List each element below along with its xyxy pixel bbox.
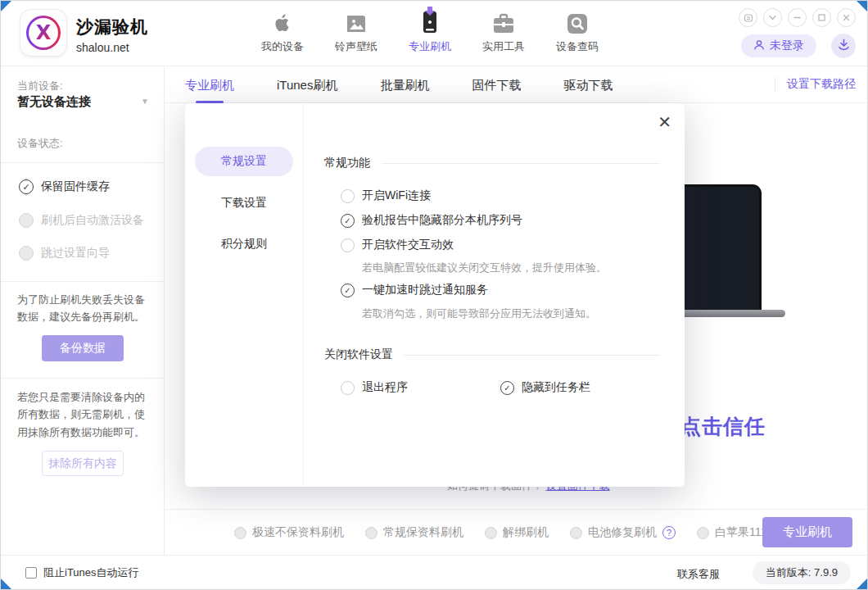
- collapse-button[interactable]: [763, 8, 782, 27]
- option-label: 跳过设置向导: [41, 246, 110, 261]
- option-auto-activate[interactable]: 刷机后自动激活设备: [19, 213, 144, 228]
- window-controls: [739, 8, 856, 27]
- block-itunes-checkbox[interactable]: 阻止iTunes自动运行: [25, 565, 139, 580]
- backup-data-button[interactable]: 备份数据: [42, 335, 124, 361]
- nav-item-ringtone-wallpaper[interactable]: 铃声壁纸: [327, 8, 386, 54]
- main-nav: 我的设备 铃声壁纸 专业刷机: [253, 8, 622, 54]
- device-dropdown-caret-icon[interactable]: ▼: [141, 97, 149, 106]
- setting-ui-animation[interactable]: 开启软件交互动效: [341, 238, 454, 252]
- divider: [1, 378, 165, 379]
- erase-all-button[interactable]: 抹除所有内容: [42, 451, 124, 476]
- nav-label: 专业刷机: [409, 39, 451, 54]
- option-keep-firmware-cache[interactable]: ✓ 保留固件缓存: [19, 179, 110, 194]
- checkbox-icon: [25, 567, 37, 579]
- nav-item-device-lookup[interactable]: 设备查码: [548, 8, 607, 54]
- settings-tab-general[interactable]: 常规设置: [195, 147, 293, 176]
- window-corner-decoration: [857, 1, 867, 11]
- setting-hide-to-tray[interactable]: ✓ 隐藏到任务栏: [500, 380, 590, 395]
- pro-flash-button[interactable]: 专业刷机: [762, 517, 852, 547]
- checked-circle-icon: ✓: [341, 284, 355, 297]
- app-name: 沙漏验机: [76, 16, 148, 39]
- set-download-path-link[interactable]: 设置下载路径: [775, 77, 856, 92]
- setting-exit-app[interactable]: 退出程序: [341, 380, 408, 395]
- window-corner-decoration: [857, 579, 867, 589]
- maximize-button[interactable]: [812, 8, 831, 27]
- backup-tip-text: 为了防止刷机失败丢失设备数据，建议先备份再刷机。: [17, 291, 151, 326]
- radio-icon: [485, 527, 497, 539]
- flash-option-fast-no-data[interactable]: 极速不保资料刷机: [234, 525, 344, 540]
- setting-label: 开启软件交互动效: [362, 238, 454, 252]
- setting-label: 退出程序: [362, 380, 408, 395]
- setting-skip-notification[interactable]: ✓ 一键加速时跳过通知服务: [341, 283, 488, 297]
- radio-icon: [697, 527, 709, 539]
- flash-phone-icon: [419, 8, 441, 34]
- nav-item-tools[interactable]: 实用工具: [474, 8, 533, 54]
- close-button[interactable]: [837, 8, 856, 27]
- settings-modal: 常规设置 下载设置 积分规则 ✕ 常规功能 开启WiFi连接 ✓ 验机报告中隐藏…: [185, 103, 685, 487]
- setting-label: 开启WiFi连接: [362, 188, 431, 203]
- flash-option-battery-repair[interactable]: 电池修复刷机 ?: [570, 525, 676, 540]
- radio-icon: [365, 527, 377, 539]
- login-button[interactable]: 未登录: [741, 34, 816, 57]
- contact-support-link[interactable]: 联系客服: [677, 567, 720, 582]
- flash-option-unbind[interactable]: 解绑刷机: [485, 525, 549, 540]
- current-device-label: 当前设备:: [17, 79, 63, 93]
- nav-label: 实用工具: [482, 39, 525, 54]
- option-skip-setup[interactable]: 跳过设置向导: [19, 246, 110, 261]
- download-manager-button[interactable]: [831, 34, 856, 58]
- setting-label: 一键加速时跳过通知服务: [362, 283, 488, 297]
- flash-option-label: 电池修复刷机: [588, 525, 657, 540]
- option-label: 刷机后自动激活设备: [41, 213, 144, 228]
- app-window: X 沙漏验机 shalou.net 我的设备 铃声壁纸: [0, 0, 868, 590]
- current-device-value: 暂无设备连接: [17, 94, 91, 110]
- settings-modal-nav: 常规设置 下载设置 积分规则: [185, 103, 304, 487]
- toolbox-icon: [492, 8, 515, 34]
- device-search-icon: [567, 8, 588, 34]
- divider: [1, 162, 165, 163]
- setting-hide-serial[interactable]: ✓ 验机报告中隐藏部分本机序列号: [341, 213, 522, 228]
- login-label: 未登录: [770, 39, 804, 53]
- tab-firmware-download[interactable]: 固件下载: [472, 67, 521, 103]
- radio-icon: [234, 527, 246, 539]
- unchecked-circle-icon: [19, 246, 34, 261]
- device-status-label: 设备状态:: [17, 136, 63, 151]
- flash-option-label: 常规保资料刷机: [383, 525, 463, 540]
- feedback-button[interactable]: [739, 8, 757, 27]
- section-title: 常规功能: [324, 156, 370, 170]
- flash-options-bar: 极速不保资料刷机 常规保资料刷机 解绑刷机 电池修复刷机 ? 白苹果1110修复…: [165, 509, 868, 555]
- setting-wifi-connect[interactable]: 开启WiFi连接: [341, 188, 431, 203]
- section-divider: [405, 355, 660, 356]
- setting-label: 验机报告中隐藏部分本机序列号: [362, 213, 522, 228]
- section-title: 关闭软件设置: [324, 347, 393, 362]
- settings-tab-points[interactable]: 积分规则: [195, 229, 293, 259]
- nav-item-pro-flash[interactable]: 专业刷机: [400, 8, 459, 54]
- nav-label: 设备查码: [556, 39, 599, 54]
- tab-itunes-flash[interactable]: iTunes刷机: [277, 67, 337, 103]
- unchecked-circle-icon: [341, 189, 355, 203]
- app-domain: shalou.net: [76, 41, 148, 54]
- nav-label: 铃声壁纸: [335, 39, 377, 54]
- settings-tab-download[interactable]: 下载设置: [195, 188, 293, 218]
- flash-option-keep-data[interactable]: 常规保资料刷机: [365, 525, 463, 540]
- tab-pro-flash[interactable]: 专业刷机: [185, 67, 234, 103]
- nav-label: 我的设备: [261, 39, 304, 54]
- help-icon[interactable]: ?: [662, 526, 676, 539]
- checked-circle-icon: ✓: [341, 214, 355, 228]
- minimize-button[interactable]: [788, 8, 807, 27]
- window-corner-decoration: [1, 579, 11, 589]
- unchecked-circle-icon: [341, 238, 355, 252]
- app-logo-icon: X: [20, 10, 66, 56]
- wallpaper-icon: [345, 8, 368, 34]
- tab-batch-flash[interactable]: 批量刷机: [380, 67, 429, 103]
- checked-circle-icon: ✓: [500, 381, 514, 395]
- unchecked-circle-icon: [19, 213, 34, 228]
- modal-close-icon[interactable]: ✕: [658, 114, 671, 130]
- divider: [1, 281, 165, 282]
- nav-item-my-device[interactable]: 我的设备: [253, 8, 312, 54]
- flash-option-label: 解绑刷机: [503, 525, 549, 540]
- radio-icon: [570, 527, 582, 539]
- header: X 沙漏验机 shalou.net 我的设备 铃声壁纸: [1, 1, 868, 66]
- tab-driver-download[interactable]: 驱动下载: [563, 67, 613, 103]
- apple-icon: [272, 8, 293, 34]
- section-close-behavior: 关闭软件设置: [324, 347, 660, 362]
